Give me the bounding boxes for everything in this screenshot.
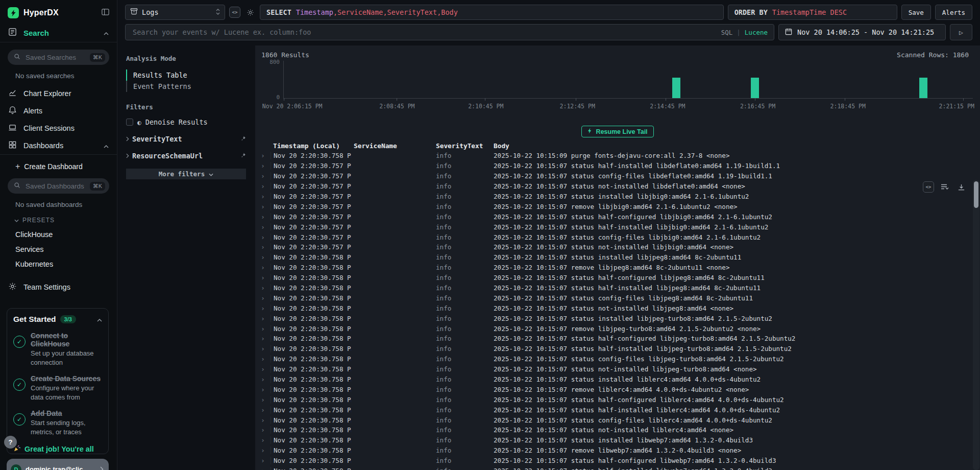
event-search-box[interactable]: SQL | Lucene bbox=[125, 24, 774, 40]
row-expand-chevron-icon[interactable]: › bbox=[255, 193, 271, 200]
table-row[interactable]: › Nov 20 2:20:30.758 PM info 2025-10-22 … bbox=[255, 303, 980, 313]
table-row[interactable]: › Nov 20 2:20:30.758 PM info 2025-10-22 … bbox=[255, 415, 980, 425]
row-expand-chevron-icon[interactable]: › bbox=[255, 386, 271, 393]
column-severitytext[interactable]: SeverityText bbox=[433, 142, 491, 150]
table-row[interactable]: › Nov 20 2:20:30.758 PM info 2025-10-22 … bbox=[255, 263, 980, 273]
chart-bar[interactable] bbox=[751, 78, 759, 98]
table-row[interactable]: › Nov 20 2:20:30.758 PM info 2025-10-22 … bbox=[255, 323, 980, 334]
row-expand-chevron-icon[interactable]: › bbox=[255, 325, 271, 333]
event-search-input[interactable] bbox=[132, 28, 716, 37]
get-started-step[interactable]: ✓ Connect to ClickHouse Set up your data… bbox=[13, 332, 102, 367]
row-expand-chevron-icon[interactable]: › bbox=[255, 436, 271, 444]
denoise-checkbox[interactable] bbox=[126, 119, 133, 126]
table-row[interactable]: › Nov 20 2:20:30.757 PM info 2025-10-22 … bbox=[255, 181, 980, 192]
row-expand-chevron-icon[interactable]: › bbox=[255, 233, 271, 241]
saved-searches-search[interactable]: ⌘K bbox=[8, 50, 109, 65]
source-view-icon[interactable]: <> bbox=[923, 181, 934, 193]
pin-icon[interactable] bbox=[240, 135, 246, 143]
lucene-toggle[interactable]: Lucene bbox=[745, 29, 768, 36]
scrollbar-track[interactable] bbox=[973, 180, 979, 470]
table-row[interactable]: › Nov 20 2:20:30.758 PM info 2025-10-22 … bbox=[255, 445, 980, 456]
row-expand-chevron-icon[interactable]: › bbox=[255, 447, 271, 454]
row-expand-chevron-icon[interactable]: › bbox=[255, 345, 271, 353]
pin-icon[interactable] bbox=[240, 152, 246, 160]
table-row[interactable]: › Nov 20 2:20:30.758 PM info 2025-10-22 … bbox=[255, 374, 980, 385]
chevron-up-icon[interactable] bbox=[104, 142, 109, 150]
help-button[interactable]: ? bbox=[4, 436, 17, 449]
chart-bar[interactable] bbox=[672, 78, 680, 98]
table-row[interactable]: › Nov 20 2:20:30.758 PM info 2025-10-22 … bbox=[255, 364, 980, 374]
time-range-picker[interactable]: Nov 20 14:06:25 - Nov 20 14:21:25 bbox=[778, 24, 946, 40]
table-row[interactable]: › Nov 20 2:20:30.758 PM info 2025-10-22 … bbox=[255, 334, 980, 344]
filter-group-resourceschemaurl[interactable]: ResourceSchemaUrl bbox=[126, 152, 246, 160]
column-timestamp[interactable]: Timestamp (Local) bbox=[271, 142, 351, 150]
table-row[interactable]: › Nov 20 2:20:30.758 PM info 2025-10-22 … bbox=[255, 151, 980, 161]
run-query-button[interactable]: ▷ bbox=[950, 24, 972, 40]
sidebar-item-team-settings[interactable]: Team Settings bbox=[0, 278, 117, 296]
table-row[interactable]: › Nov 20 2:20:30.757 PM info 2025-10-22 … bbox=[255, 171, 980, 181]
row-expand-chevron-icon[interactable]: › bbox=[255, 172, 271, 180]
create-dashboard-button[interactable]: + Create Dashboard bbox=[15, 162, 109, 171]
table-row[interactable]: › Nov 20 2:20:30.758 PM info 2025-10-22 … bbox=[255, 394, 980, 405]
table-row[interactable]: › Nov 20 2:20:30.758 PM info 2025-10-22 … bbox=[255, 405, 980, 415]
source-edit-icon[interactable]: <> bbox=[229, 7, 240, 18]
table-row[interactable]: › Nov 20 2:20:30.758 PM info 2025-10-22 … bbox=[255, 435, 980, 445]
preset-kubernetes[interactable]: Kubernetes bbox=[15, 260, 109, 268]
scrollbar-thumb[interactable] bbox=[974, 181, 978, 208]
row-expand-chevron-icon[interactable]: › bbox=[255, 467, 271, 470]
user-menu[interactable]: D dominic.tran@clic... dominic.tran@clic… bbox=[7, 459, 109, 470]
table-row[interactable]: › Nov 20 2:20:30.758 PM info 2025-10-22 … bbox=[255, 384, 980, 394]
row-expand-chevron-icon[interactable]: › bbox=[255, 365, 271, 373]
saved-dashboards-search[interactable]: ⌘K bbox=[8, 178, 109, 194]
row-expand-chevron-icon[interactable]: › bbox=[255, 304, 271, 312]
row-expand-chevron-icon[interactable]: › bbox=[255, 253, 271, 261]
resume-live-tail-button[interactable]: Resume Live Tail bbox=[581, 126, 653, 137]
sidebar-item-search[interactable]: Search bbox=[0, 25, 117, 42]
row-expand-chevron-icon[interactable]: › bbox=[255, 426, 271, 434]
source-select[interactable]: Logs bbox=[125, 5, 225, 20]
row-expand-chevron-icon[interactable]: › bbox=[255, 223, 271, 231]
table-row[interactable]: › Nov 20 2:20:30.758 PM info 2025-10-22 … bbox=[255, 293, 980, 303]
sidebar-collapse-icon[interactable] bbox=[101, 8, 110, 18]
table-row[interactable]: › Nov 20 2:20:30.757 PM info 2025-10-22 … bbox=[255, 232, 980, 242]
table-row[interactable]: › Nov 20 2:20:30.757 PM info 2025-10-22 … bbox=[255, 242, 980, 252]
order-by-input[interactable]: ORDER BY TimestampTime DESC bbox=[728, 5, 897, 20]
table-row[interactable]: › Nov 20 2:20:30.758 PM info 2025-10-22 … bbox=[255, 283, 980, 293]
column-servicename[interactable]: ServiceName bbox=[351, 142, 433, 150]
mode-event-patterns[interactable]: Event Patterns bbox=[126, 81, 246, 92]
presets-header[interactable]: PRESETS bbox=[14, 217, 109, 224]
chart-bar[interactable] bbox=[919, 78, 927, 98]
row-expand-chevron-icon[interactable]: › bbox=[255, 355, 271, 363]
table-row[interactable]: › Nov 20 2:20:30.757 PM info 2025-10-22 … bbox=[255, 201, 980, 212]
wrap-lines-icon[interactable] bbox=[939, 181, 950, 193]
row-expand-chevron-icon[interactable]: › bbox=[255, 375, 271, 383]
table-row[interactable]: › Nov 20 2:20:30.757 PM info 2025-10-22 … bbox=[255, 222, 980, 232]
table-row[interactable]: › Nov 20 2:20:30.758 PM info 2025-10-22 … bbox=[255, 313, 980, 323]
alerts-button[interactable]: Alerts bbox=[935, 5, 972, 20]
row-expand-chevron-icon[interactable]: › bbox=[255, 315, 271, 322]
sidebar-item-dashboards[interactable]: Dashboards bbox=[0, 137, 117, 154]
more-filters-button[interactable]: More filters bbox=[126, 169, 246, 179]
table-row[interactable]: › Nov 20 2:20:30.758 PM info 2025-10-22 … bbox=[255, 466, 980, 470]
saved-searches-input[interactable] bbox=[24, 53, 86, 62]
row-expand-chevron-icon[interactable]: › bbox=[255, 243, 271, 251]
table-row[interactable]: › Nov 20 2:20:30.758 PM info 2025-10-22 … bbox=[255, 425, 980, 435]
row-expand-chevron-icon[interactable]: › bbox=[255, 182, 271, 190]
sidebar-item-client-sessions[interactable]: Client Sessions bbox=[0, 120, 117, 137]
row-expand-chevron-icon[interactable]: › bbox=[255, 264, 271, 271]
save-button[interactable]: Save bbox=[901, 5, 931, 20]
chevron-up-icon[interactable] bbox=[104, 29, 109, 37]
table-row[interactable]: › Nov 20 2:20:30.758 PM info 2025-10-22 … bbox=[255, 354, 980, 364]
row-expand-chevron-icon[interactable]: › bbox=[255, 213, 271, 221]
table-row[interactable]: › Nov 20 2:20:30.757 PM info 2025-10-22 … bbox=[255, 161, 980, 171]
select-columns-input[interactable]: SELECT Timestamp,ServiceName,SeverityTex… bbox=[260, 5, 724, 20]
preset-services[interactable]: Services bbox=[15, 245, 109, 253]
column-body[interactable]: Body bbox=[491, 142, 980, 150]
gear-icon[interactable] bbox=[244, 7, 256, 18]
row-expand-chevron-icon[interactable]: › bbox=[255, 335, 271, 342]
get-started-step[interactable]: ✓ Create Data Sources Configure where yo… bbox=[13, 374, 102, 402]
row-expand-chevron-icon[interactable]: › bbox=[255, 152, 271, 159]
saved-dashboards-input[interactable] bbox=[24, 182, 86, 191]
table-row[interactable]: › Nov 20 2:20:30.757 PM info 2025-10-22 … bbox=[255, 212, 980, 222]
row-expand-chevron-icon[interactable]: › bbox=[255, 203, 271, 210]
